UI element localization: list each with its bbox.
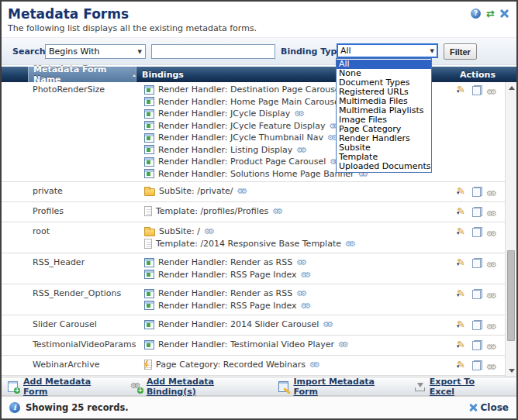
edit-icon[interactable] [457, 257, 468, 267]
filter-button[interactable]: Filter [444, 43, 477, 60]
search-operator-value: Begins With [49, 46, 100, 57]
binding-label: Render Handler: Home Page Main Carousel [158, 97, 342, 107]
gears-icon[interactable] [237, 186, 250, 196]
render-handler-icon [144, 258, 154, 267]
help-icon[interactable] [471, 9, 481, 19]
edit-icon[interactable] [457, 206, 468, 216]
table-body: PhotoRenderSizeRender Handler: Destinati… [2, 82, 516, 377]
gears-icon[interactable] [296, 257, 309, 267]
toolbar-add-form[interactable]: Add Metadata Form [8, 377, 112, 397]
gears-icon[interactable] [345, 239, 358, 249]
table-header: Metadata Form Name Bindings Actions [2, 67, 516, 82]
binding-label: Render Handler: Listing Display [158, 145, 292, 155]
refresh-icon[interactable] [486, 9, 495, 19]
toolbar-export-excel[interactable]: Export To Excel [414, 377, 498, 397]
close-button[interactable]: Close [469, 402, 509, 413]
copy-icon[interactable] [472, 289, 482, 299]
bindings-cell: Render Handler: Render as RSSRender Hand… [136, 256, 457, 281]
metadata-form-name: Profiles [2, 205, 136, 219]
vertical-scrollbar[interactable] [505, 82, 516, 377]
delete-icon[interactable] [486, 320, 499, 332]
table-row: Webinar RendererRender Handler: Webinar … [2, 376, 505, 377]
chevron-down-icon [138, 49, 142, 55]
metadata-form-name: RSS_Render_Options [2, 287, 136, 312]
scroll-down-button[interactable] [506, 365, 516, 377]
binding-type-option[interactable]: Uploaded Documents [337, 162, 431, 171]
column-header-metadata-form-name[interactable]: Metadata Form Name [28, 67, 136, 82]
copy-icon[interactable] [472, 340, 482, 350]
delete-icon[interactable] [486, 207, 499, 219]
scroll-up-button[interactable] [506, 82, 516, 94]
delete-icon[interactable] [486, 360, 499, 372]
edit-icon[interactable] [457, 226, 468, 236]
gears-icon[interactable] [294, 108, 307, 119]
bindings-cell: SubSite: /Template: /2014 Responsive Bas… [136, 225, 457, 250]
binding-item: Render Handler: Render as RSS [144, 256, 457, 269]
render-handler-icon [144, 97, 154, 106]
binding-type-value: All [340, 46, 351, 56]
gears-icon[interactable] [204, 226, 217, 236]
search-operator-select[interactable]: Begins With [45, 44, 146, 59]
gears-icon[interactable] [323, 319, 336, 329]
table-row: rootSubSite: /Template: /2014 Responsive… [2, 222, 505, 253]
row-actions [457, 185, 505, 198]
copy-icon[interactable] [472, 227, 482, 237]
copy-icon[interactable] [472, 258, 482, 268]
close-icon[interactable] [500, 9, 509, 18]
gears-icon[interactable] [296, 145, 309, 155]
row-actions [457, 287, 505, 312]
edit-icon[interactable] [457, 319, 468, 329]
gears-icon[interactable] [301, 270, 314, 280]
bindings-cell: SubSite: /private/ [136, 185, 457, 198]
binding-item: Render Handler: Render as RSS [144, 287, 457, 300]
edit-icon[interactable] [457, 288, 468, 298]
toolbar-add-binding[interactable]: Add Metadata Binding(s) [131, 377, 260, 397]
delete-icon[interactable] [486, 340, 499, 352]
template-icon [144, 206, 152, 216]
copy-icon[interactable] [472, 85, 482, 95]
toolbar-import-form[interactable]: Import Metadata Form [278, 377, 395, 397]
metadata-form-name: RSS_Header [2, 256, 136, 281]
binding-label: Render Handler: JCycle Feature Display [158, 121, 325, 131]
edit-icon[interactable] [457, 84, 468, 95]
delete-icon[interactable] [486, 258, 499, 270]
binding-type-select[interactable]: All [337, 43, 438, 58]
search-input[interactable] [151, 44, 275, 59]
render-handler-icon [144, 289, 154, 298]
table-row: RSS_Render_OptionsRender Handler: Render… [2, 284, 505, 315]
import-form-icon [278, 381, 289, 392]
toolbar-label: Export To Excel [430, 377, 498, 397]
copy-icon[interactable] [472, 320, 482, 330]
gears-icon[interactable] [301, 301, 314, 311]
gears-icon[interactable] [272, 206, 285, 216]
row-actions [457, 359, 505, 372]
binding-label: Page Category: Recorded Webinars [156, 360, 306, 370]
delete-icon[interactable] [486, 187, 499, 198]
binding-label: Render Handler: RSS Page Index [158, 270, 297, 280]
delete-icon[interactable] [486, 289, 499, 301]
edit-icon[interactable] [457, 360, 468, 370]
add-binding-icon [131, 381, 143, 392]
table-row: ProfilesTemplate: /profiles/Profiles [2, 202, 505, 222]
gears-icon[interactable] [296, 288, 309, 298]
search-label: Search: [12, 46, 49, 57]
delete-icon[interactable] [486, 85, 499, 97]
edit-icon[interactable] [457, 186, 468, 196]
render-handler-icon [144, 145, 154, 154]
delete-icon[interactable] [486, 227, 499, 239]
metadata-form-name: PhotoRenderSize [2, 84, 136, 180]
copy-icon[interactable] [472, 187, 482, 197]
binding-item: SubSite: /private/ [144, 185, 457, 198]
render-handler-icon [144, 121, 154, 130]
row-actions [457, 256, 505, 281]
render-handler-icon [144, 133, 154, 143]
edit-icon[interactable] [457, 339, 468, 349]
copy-icon[interactable] [472, 207, 482, 217]
gears-icon[interactable] [309, 360, 323, 370]
copy-icon[interactable] [472, 360, 482, 370]
binding-label: Render Handler: JCycle Display [158, 108, 290, 119]
gears-icon[interactable] [338, 339, 351, 349]
export-excel-icon [414, 381, 426, 392]
page-category-icon [144, 360, 152, 370]
scrollbar-thumb[interactable] [507, 250, 515, 342]
